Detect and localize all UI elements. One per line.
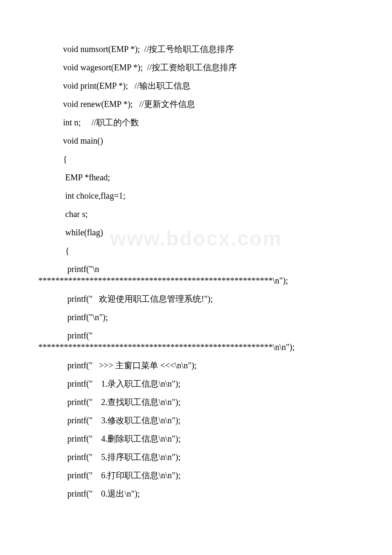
code-line: ****************************************… [0, 276, 392, 285]
code-line: printf(" [0, 331, 392, 340]
code-line: { [0, 246, 392, 255]
code-line: EMP *fhead; [0, 173, 392, 182]
code-line: void renew(EMP *); //更新文件信息 [0, 100, 392, 109]
code-line: void print(EMP *); //输出职工信息 [0, 81, 392, 90]
code-line: printf(" 5.排序职工信息\n\n"); [0, 453, 392, 462]
code-line: printf(" 6.打印职工信息\n\n"); [0, 471, 392, 480]
code-line: int n; //职工的个数 [0, 118, 392, 127]
code-line: { [0, 155, 392, 164]
code-content: void numsort(EMP *); //按工号给职工信息排序 void w… [0, 45, 392, 498]
code-line: ****************************************… [0, 343, 392, 352]
code-line: void main() [0, 136, 392, 145]
code-line: printf(" 欢迎使用职工信息管理系统!"); [0, 295, 392, 304]
code-line: printf(" 1.录入职工信息\n\n"); [0, 379, 392, 388]
code-line: printf("\n"); [0, 313, 392, 322]
code-line: void wagesort(EMP *); //按工资给职工信息排序 [0, 63, 392, 72]
code-line: void numsort(EMP *); //按工号给职工信息排序 [0, 45, 392, 54]
code-line: printf(" 2.查找职工信息\n\n"); [0, 398, 392, 407]
code-line: while(flag) [0, 228, 392, 237]
code-line: printf(" 0.退出\n"); [0, 489, 392, 498]
code-line: printf("\n [0, 265, 392, 274]
code-line: int choice,flag=1; [0, 191, 392, 200]
code-line: printf(" >>> 主窗口菜单 <<<\n\n"); [0, 361, 392, 370]
code-line: char s; [0, 210, 392, 219]
code-line: printf(" 3.修改职工信息\n\n"); [0, 416, 392, 425]
code-line: printf(" 4.删除职工信息\n\n"); [0, 434, 392, 443]
